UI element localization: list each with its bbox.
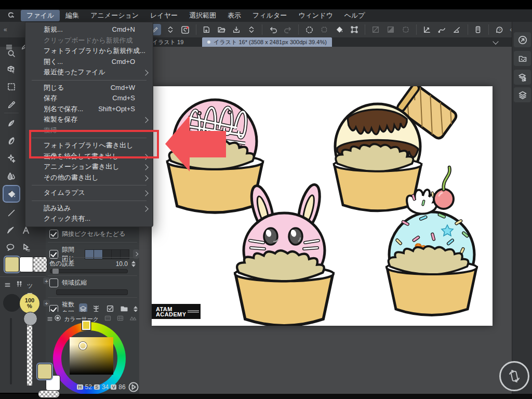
watermark-line1: ATAM xyxy=(156,307,186,312)
chevron-up-down-icon[interactable] xyxy=(165,24,176,35)
color-margin-label: 色の誤差 xyxy=(49,259,74,268)
fill-shape-icon[interactable] xyxy=(385,24,396,35)
v-key: V xyxy=(111,384,116,390)
panel-menu-icon[interactable] xyxy=(47,315,53,324)
menu-item-export-other[interactable]: その他の書き出し xyxy=(25,172,153,183)
pencil-tool-icon[interactable] xyxy=(4,133,19,149)
color-history-icon[interactable] xyxy=(128,381,139,395)
quick-access-icon[interactable] xyxy=(514,32,531,47)
sv-marker[interactable] xyxy=(79,342,87,350)
undo-icon[interactable] xyxy=(267,24,278,35)
transparent-color-pill[interactable] xyxy=(38,391,59,397)
tab-list-chevron-icon[interactable] xyxy=(493,38,498,44)
menu-item-save-duplicate[interactable]: 複製を保存 xyxy=(25,114,153,125)
fill-tool-icon[interactable] xyxy=(4,186,19,202)
transparent-color-swatch[interactable] xyxy=(33,257,47,272)
right-panel-rail xyxy=(512,22,532,399)
brush-size-slider[interactable] xyxy=(10,318,12,384)
menubar-item-window[interactable]: ウィンドウ xyxy=(292,10,339,21)
menubar-item-file[interactable]: ファイル xyxy=(21,10,60,21)
frame-border-icon[interactable] xyxy=(349,24,360,35)
menubar-item-help[interactable]: ヘルプ xyxy=(339,10,371,21)
menubar-item-filter[interactable]: フィルター xyxy=(247,10,292,21)
svg-text:?: ? xyxy=(498,28,501,32)
menu-item-close[interactable]: 閉じるCmd+W xyxy=(25,83,153,94)
operation-tool-icon[interactable] xyxy=(4,62,19,77)
figure-tool-icon[interactable] xyxy=(3,222,18,238)
highlight-rectangle-annotation xyxy=(29,130,159,158)
clip-studio-app-icon[interactable] xyxy=(180,24,191,35)
curve-ruler-icon[interactable] xyxy=(436,24,448,35)
menubar-item-animation[interactable]: アニメーション xyxy=(85,10,144,21)
menu-item-quick-share[interactable]: クイック共有... xyxy=(25,214,153,224)
snap-ruler-icon[interactable] xyxy=(451,24,463,35)
canvas-tab-active[interactable]: イラスト 16* (3508 x 2481px 300dpi 39.4%) xyxy=(202,37,332,47)
straight-line-icon[interactable] xyxy=(370,24,381,35)
intermediate-color-tab-icon[interactable] xyxy=(129,314,137,324)
opacity-slider-knob[interactable] xyxy=(23,312,37,326)
color-margin-value[interactable]: 10.0 xyxy=(116,260,128,268)
main-color-swatch[interactable] xyxy=(37,364,52,379)
area-scale-checkbox[interactable] xyxy=(49,278,58,287)
save-icon[interactable] xyxy=(231,24,242,35)
selection-tool-icon[interactable] xyxy=(4,79,19,95)
menu-item-timelapse[interactable]: タイムラプス xyxy=(25,188,153,198)
layer-property-icon[interactable] xyxy=(514,70,531,85)
saturation-value-square[interactable] xyxy=(70,337,113,375)
color-set-tab-icon[interactable] xyxy=(116,314,124,324)
zoom-tool-icon[interactable] xyxy=(4,46,19,61)
panel-menu-icon[interactable] xyxy=(4,281,11,290)
eyedropper-tool-icon[interactable] xyxy=(4,97,19,113)
main-color-swatch[interactable] xyxy=(5,257,19,272)
color-margin-spinner[interactable] xyxy=(131,261,136,267)
opacity-slider[interactable] xyxy=(27,321,32,385)
open-file-icon[interactable] xyxy=(216,24,227,35)
balloon-tool-icon[interactable] xyxy=(3,240,18,255)
color-circle-tab-icon[interactable] xyxy=(54,314,61,324)
deselect-icon[interactable] xyxy=(318,24,330,35)
menu-item-export-animation[interactable]: アニメーション書き出し xyxy=(25,162,153,172)
collapse-panel-icon[interactable]: « xyxy=(0,26,7,33)
blend-tool-icon[interactable] xyxy=(4,168,19,184)
sub-tool-icon[interactable] xyxy=(16,281,23,290)
decoration-tool-icon[interactable] xyxy=(4,151,19,166)
help-icon[interactable]: ? xyxy=(494,24,505,35)
material-panel-icon[interactable] xyxy=(514,51,531,66)
menubar-item-view[interactable]: 表示 xyxy=(222,10,247,21)
area-scale-slider[interactable] xyxy=(56,289,128,295)
menu-item-new[interactable]: 新規...Cmd+N xyxy=(25,24,153,35)
menu-item-import[interactable]: 読み込み xyxy=(25,203,153,214)
companion-mode-icon[interactable] xyxy=(472,24,484,35)
menu-item-open[interactable]: 開く...Cmd+O xyxy=(25,57,153,68)
canvas-tab[interactable]: イラスト 19 xyxy=(147,37,189,47)
menu-item-save-as[interactable]: 別名で保存...Shift+Opt+S xyxy=(25,104,153,115)
color-slider-tab-icon[interactable] xyxy=(104,314,112,324)
canvas-viewport[interactable]: ATAM ACADEMY xyxy=(139,47,512,399)
fill-bucket-icon[interactable] xyxy=(334,24,345,35)
menubar-item-layer[interactable]: レイヤー xyxy=(144,10,183,21)
rotate-canvas-button[interactable] xyxy=(499,361,529,391)
clip-studio-logo-icon[interactable] xyxy=(5,10,17,21)
menu-item-save[interactable]: 保存Cmd+S xyxy=(25,93,153,104)
menubar-item-edit[interactable]: 編集 xyxy=(60,10,85,21)
line-tool-icon[interactable] xyxy=(4,205,19,221)
color-margin-slider[interactable] xyxy=(50,269,128,273)
menu-item-recent-files[interactable]: 最近使ったファイル xyxy=(25,67,153,78)
new-canvas-icon[interactable] xyxy=(201,24,212,35)
layers-panel-icon[interactable] xyxy=(514,87,531,102)
rounded-select-icon[interactable] xyxy=(400,24,411,35)
s-value: 34 xyxy=(102,383,109,391)
redo-icon[interactable] xyxy=(282,24,294,35)
opacity-badge[interactable]: 100% xyxy=(20,294,39,313)
menu-item-new-from-photo-library[interactable]: フォトライブラリから新規作成... xyxy=(25,46,153,57)
sub-color-swatch[interactable] xyxy=(19,257,34,272)
adjacent-pixels-checkbox[interactable] xyxy=(49,230,58,238)
menubar-item-selection[interactable]: 選択範囲 xyxy=(183,10,222,21)
hue-marker[interactable] xyxy=(82,321,90,330)
object-select-tool-icon[interactable] xyxy=(18,240,34,255)
select-area-icon[interactable] xyxy=(303,24,315,35)
ruler-corner-icon[interactable] xyxy=(421,24,433,35)
chevron-up-down-icon[interactable] xyxy=(246,24,257,35)
pen-tool-icon[interactable] xyxy=(4,115,19,131)
area-scale-label: 領域拡縮 xyxy=(62,278,87,287)
